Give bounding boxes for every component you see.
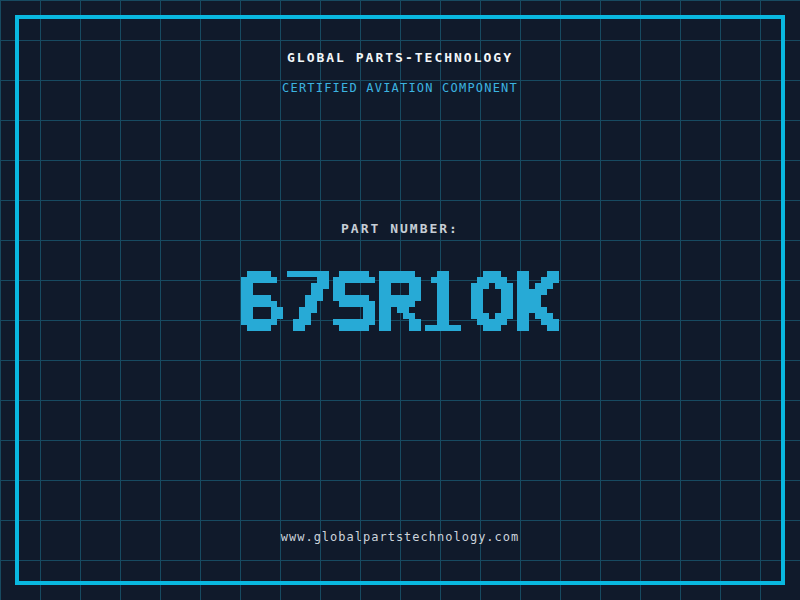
pixel-glyph [425, 271, 467, 331]
pixel-glyph [241, 271, 283, 331]
part-number-value [0, 271, 800, 331]
pixel-glyph [379, 271, 421, 331]
certification-subtitle: CERTIFIED AVIATION COMPONENT [0, 81, 800, 95]
pixel-glyph [287, 271, 329, 331]
pixel-glyph [517, 271, 559, 331]
part-number-label: PART NUMBER: [0, 221, 800, 236]
component-label-plate: GLOBAL PARTS-TECHNOLOGY CERTIFIED AVIATI… [0, 0, 800, 600]
website-url: www.globalpartstechnology.com [0, 530, 800, 544]
pixel-glyph [333, 271, 375, 331]
pixel-glyph [471, 271, 513, 331]
company-name: GLOBAL PARTS-TECHNOLOGY [0, 50, 800, 65]
